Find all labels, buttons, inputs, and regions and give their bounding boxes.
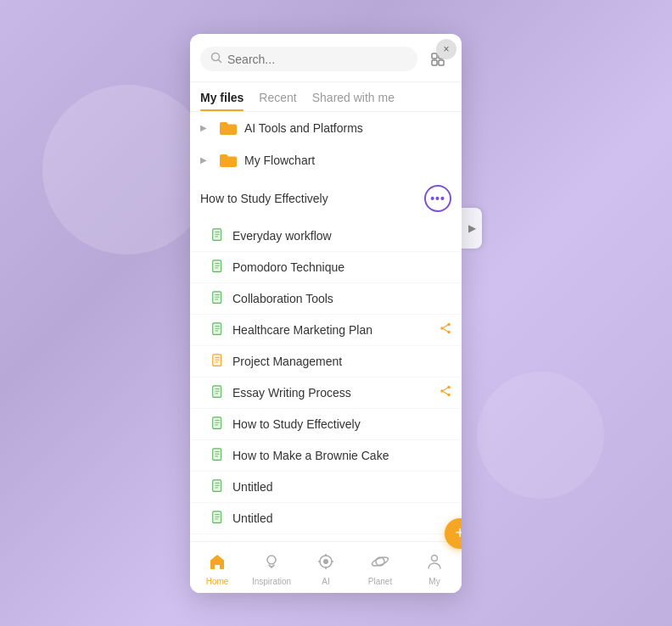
file-name-10: Untitled [232,511,451,525]
file-name-6: Essay Writing Process [232,386,429,400]
svg-rect-52 [213,511,221,523]
svg-point-56 [267,556,276,564]
folder-item-ai-tools[interactable]: ▶ AI Tools and Platforms [190,112,462,144]
close-icon: × [443,43,449,55]
file-name-5: Project Management [232,355,451,368]
plus-icon: + [455,523,462,543]
section-header-study[interactable]: How to Study Effectively ••• [190,176,462,221]
file-item-5[interactable]: Project Management [190,346,462,377]
nav-label-home: Home [206,577,229,586]
file-name-2: Pomodoro Technique [232,260,451,274]
svg-rect-2 [432,53,437,59]
svg-line-38 [444,388,448,390]
share-icon-6 [440,385,451,400]
svg-point-59 [323,559,328,564]
nav-label-planet: Planet [368,577,392,586]
folder-name-ai-tools: AI Tools and Platforms [244,121,451,135]
share-icon-4 [440,322,451,337]
file-icon [210,228,226,243]
file-item-2[interactable]: Pomodoro Technique [190,252,462,283]
file-list: ▶ AI Tools and Platforms ▶ My Flowchart … [190,112,462,541]
search-icon [210,52,222,66]
folder-name-my-flowchart: My Flowchart [244,154,451,167]
svg-point-66 [432,555,438,561]
svg-rect-44 [213,448,221,460]
nav-label-ai: AI [322,577,329,586]
file-name-3: Collaboration Tools [232,292,451,305]
tab-shared-with-me[interactable]: Shared with me [312,82,395,111]
folder-icon-ai-tools [219,120,238,136]
nav-label-my: My [428,577,440,586]
file-icon-2 [210,260,226,275]
chevron-right-icon: ▶ [200,123,212,132]
file-item-9[interactable]: Untitled [190,472,462,503]
file-name-1: Everyday workflow [232,229,451,243]
section-header-text: How to Study Effectively [200,192,417,205]
svg-line-26 [444,329,448,332]
svg-line-25 [444,325,448,327]
file-icon-10 [210,511,226,526]
file-icon-4 [210,322,226,338]
nav-item-inspiration[interactable]: Inspiration [244,549,299,590]
search-input-wrapper [200,47,417,71]
file-name-7: How to Study Effectively [232,417,451,431]
svg-line-39 [444,392,448,394]
close-button[interactable]: × [436,39,456,59]
chevron-right-side-icon: ▶ [468,222,476,234]
planet-icon [371,552,389,575]
file-item-8[interactable]: How to Make a Brownie Cake [190,440,462,472]
nav-item-home[interactable]: Home [190,549,244,590]
file-item-1[interactable]: Everyday workflow [190,221,462,252]
my-icon [425,552,444,575]
nav-item-ai[interactable]: AI [299,549,353,590]
nav-item-planet[interactable]: Planet [353,549,407,590]
folder-icon-my-flowchart [219,153,238,168]
svg-line-1 [219,60,221,63]
file-item-10[interactable]: Untitled [190,503,462,534]
inspiration-icon [262,552,281,575]
file-icon-6 [210,385,226,400]
file-icon-8 [210,448,226,463]
nav-item-my[interactable]: My [407,549,462,590]
file-icon-7 [210,416,226,432]
tabs-bar: My files Recent Shared with me [190,82,462,112]
file-name-9: Untitled [232,480,451,494]
nav-label-inspiration: Inspiration [252,577,291,586]
svg-rect-4 [432,60,437,65]
file-icon-5 [210,354,226,369]
search-input[interactable] [227,53,407,66]
file-item-7[interactable]: How to Study Effectively [190,409,462,440]
file-name-4: Healthcare Marketing Plan [232,323,429,337]
collapse-arrow[interactable]: ▶ [462,208,482,249]
file-icon-3 [210,291,226,306]
file-icon-9 [210,479,226,495]
file-item-4[interactable]: Healthcare Marketing Plan [190,315,462,346]
folder-item-my-flowchart[interactable]: ▶ My Flowchart [190,144,462,176]
search-bar [190,34,462,82]
file-picker-modal: × [190,34,462,593]
ai-icon [316,552,335,575]
file-item-6[interactable]: Essay Writing Process [190,377,462,409]
chevron-right-icon-2: ▶ [200,155,212,165]
svg-rect-48 [213,479,221,491]
more-options-button[interactable]: ••• [424,185,451,212]
home-icon [208,552,227,575]
panel-wrapper: × [190,34,482,593]
bottom-nav: Home Inspiration [190,541,462,593]
ellipsis-icon: ••• [430,192,445,205]
file-name-8: How to Make a Brownie Cake [232,449,451,462]
tab-my-files[interactable]: My files [200,82,244,111]
file-item-3[interactable]: Collaboration Tools [190,283,462,315]
svg-rect-5 [439,60,444,65]
tab-recent[interactable]: Recent [259,82,296,111]
